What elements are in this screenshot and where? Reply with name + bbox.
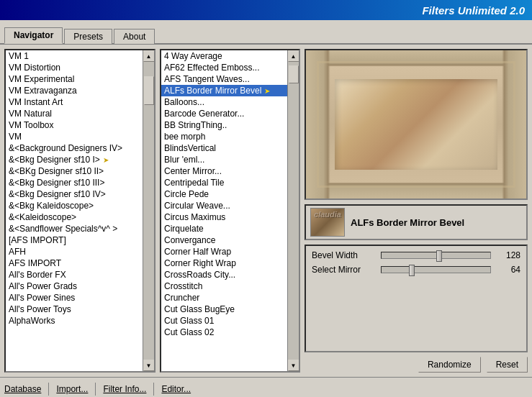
- middle-list-item[interactable]: Circle Pede: [161, 188, 287, 200]
- left-list-item[interactable]: &<Background Designers IV>: [6, 142, 143, 154]
- left-list-item[interactable]: AlphaWorks: [6, 315, 143, 327]
- right-panel: claudia ALFs Border Mirror Bevel Bevel W…: [305, 49, 528, 373]
- left-panel: VM 1VM DistortionVM ExperimentalVM Extra…: [4, 49, 155, 373]
- editor-link[interactable]: Editor...: [161, 384, 191, 394]
- filter-thumbnail: claudia: [310, 208, 345, 237]
- middle-list-item[interactable]: ALFs Border Mirror Bevel ➤: [161, 85, 287, 96]
- left-list-item[interactable]: &<Kaleidoscope>: [6, 211, 143, 223]
- slider-knob[interactable]: [436, 250, 442, 262]
- middle-list-item[interactable]: Cirquelate: [161, 223, 287, 234]
- database-link[interactable]: Database: [4, 384, 41, 394]
- param-row: Bevel Width128: [312, 250, 520, 260]
- scroll-down-btn-mid[interactable]: ▼: [288, 360, 299, 371]
- left-list-item[interactable]: All's Power Toys: [6, 304, 143, 315]
- params-area: Bevel Width128Select Mirror64: [305, 245, 528, 352]
- filter-list[interactable]: 4 Way AverageAF62 Effected Emboss...AFS …: [161, 50, 287, 371]
- middle-list-item[interactable]: bee morph: [161, 131, 287, 142]
- left-list-item[interactable]: VM Distortion: [6, 62, 143, 73]
- left-list-item[interactable]: VM Experimental: [6, 73, 143, 85]
- bottom-actions-bar: Database Import... Filter Info... Editor…: [0, 377, 532, 397]
- middle-list-item[interactable]: Cruncher: [161, 292, 287, 304]
- filter-list-container: 4 Way AverageAF62 Effected Emboss...AFS …: [160, 49, 300, 373]
- left-list-item[interactable]: VM Instant Art: [6, 96, 143, 108]
- scroll-track: [143, 62, 155, 360]
- tab-navigator[interactable]: Navigator: [4, 27, 63, 44]
- middle-list-item[interactable]: AF62 Effected Emboss...: [161, 62, 287, 73]
- param-row: Select Mirror64: [312, 265, 520, 275]
- middle-list-item[interactable]: Cut Glass 02: [161, 327, 287, 338]
- left-scrollbar[interactable]: ▲ ▼: [143, 50, 154, 371]
- left-list-item[interactable]: All's Border FX: [6, 269, 143, 280]
- slider-knob[interactable]: [409, 265, 415, 276]
- left-list-item[interactable]: &<Bkg Designer sf10 IV>: [6, 188, 143, 200]
- tab-presets[interactable]: Presets: [64, 29, 112, 44]
- middle-list-item[interactable]: Centripedal Tile: [161, 177, 287, 188]
- scroll-up-btn[interactable]: ▲: [143, 50, 155, 62]
- scroll-down-btn[interactable]: ▼: [143, 360, 155, 371]
- category-list[interactable]: VM 1VM DistortionVM ExperimentalVM Extra…: [6, 50, 143, 371]
- separator-2: [95, 383, 96, 396]
- filter-info-bar: claudia ALFs Border Mirror Bevel: [305, 204, 528, 240]
- left-list-item[interactable]: All's Power Grads: [6, 280, 143, 292]
- middle-list-item[interactable]: Convergance: [161, 234, 287, 246]
- left-list-item[interactable]: VM 1: [6, 50, 143, 62]
- right-bottom-btns: Randomize Reset: [305, 357, 528, 373]
- app-title: Filters Unlimited 2.0: [422, 4, 525, 17]
- middle-scrollbar[interactable]: ▲ ▼: [287, 50, 299, 371]
- param-slider[interactable]: [381, 266, 491, 273]
- left-list-item[interactable]: AFS IMPORT: [6, 257, 143, 269]
- param-slider[interactable]: [381, 252, 491, 259]
- category-list-container: VM 1VM DistortionVM ExperimentalVM Extra…: [4, 49, 155, 373]
- middle-list-item[interactable]: AFS Tangent Waves...: [161, 73, 287, 85]
- preview-image: [306, 50, 526, 198]
- scroll-track-mid: [288, 62, 299, 360]
- left-list-item[interactable]: &<Bkg Designer sf10 III>: [6, 177, 143, 188]
- main-content: VM 1VM DistortionVM ExperimentalVM Extra…: [0, 45, 532, 377]
- filter-info-link[interactable]: Filter Info...: [103, 384, 146, 394]
- left-list-item[interactable]: VM Toolbox: [6, 119, 143, 131]
- import-link[interactable]: Import...: [56, 384, 88, 394]
- left-list-item[interactable]: All's Power Sines: [6, 292, 143, 304]
- middle-list-item[interactable]: Blur 'eml...: [161, 154, 287, 165]
- title-bar: Filters Unlimited 2.0: [0, 0, 532, 20]
- preview-area: [305, 49, 528, 200]
- middle-list-item[interactable]: Cut Glass BugEye: [161, 304, 287, 315]
- middle-panel: 4 Way AverageAF62 Effected Emboss...AFS …: [160, 49, 300, 373]
- middle-list-item[interactable]: BlindsVertical: [161, 142, 287, 154]
- left-list-item[interactable]: &<Bkg Kaleidoscope>: [6, 200, 143, 211]
- middle-list-item[interactable]: Corner Half Wrap: [161, 246, 287, 257]
- middle-list-item[interactable]: Corner Right Wrap: [161, 257, 287, 269]
- separator-3: [153, 383, 154, 396]
- filter-name-label: ALFs Border Mirror Bevel: [351, 217, 464, 228]
- middle-list-item[interactable]: CrossRoads City...: [161, 269, 287, 280]
- left-list-item[interactable]: VM: [6, 131, 143, 142]
- reset-button[interactable]: Reset: [487, 357, 528, 373]
- middle-list-item[interactable]: Balloons...: [161, 96, 287, 108]
- left-list-item[interactable]: &<Sandflower Specials^v^ >: [6, 223, 143, 234]
- middle-list-item[interactable]: Center Mirror...: [161, 165, 287, 177]
- middle-list-item[interactable]: Barcode Generator...: [161, 108, 287, 119]
- middle-list-item[interactable]: BB StringThing..: [161, 119, 287, 131]
- param-value: 128: [495, 250, 520, 260]
- arrow-icon: ➤: [103, 156, 109, 164]
- left-list-item[interactable]: VM Extravaganza: [6, 85, 143, 96]
- tab-bar: Navigator Presets About: [0, 20, 532, 45]
- left-list-item[interactable]: [AFS IMPORT]: [6, 234, 143, 246]
- left-list-item[interactable]: AFH: [6, 246, 143, 257]
- param-label: Select Mirror: [312, 265, 377, 275]
- middle-list-item[interactable]: Crosstitch: [161, 280, 287, 292]
- left-list-item[interactable]: &<Bkg Designer sf10 I> ➤: [6, 154, 143, 165]
- scroll-thumb-mid[interactable]: [289, 65, 299, 83]
- scroll-up-btn-mid[interactable]: ▲: [288, 50, 299, 62]
- randomize-button[interactable]: Randomize: [418, 357, 481, 373]
- param-value: 64: [495, 265, 520, 275]
- left-list-item[interactable]: VM Natural: [6, 108, 143, 119]
- selected-arrow-icon: ➤: [264, 87, 270, 95]
- middle-list-item[interactable]: Circular Weave...: [161, 200, 287, 211]
- scroll-thumb[interactable]: [144, 76, 154, 105]
- middle-list-item[interactable]: Cut Glass 01: [161, 315, 287, 327]
- middle-list-item[interactable]: Circus Maximus: [161, 211, 287, 223]
- left-list-item[interactable]: &<BKg Designer sf10 II>: [6, 165, 143, 177]
- middle-list-item[interactable]: 4 Way Average: [161, 50, 287, 62]
- tab-about[interactable]: About: [114, 29, 155, 44]
